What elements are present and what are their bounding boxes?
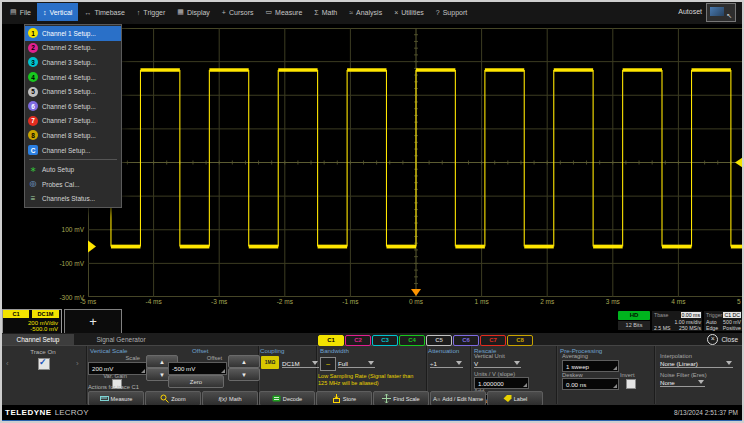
menu-item-analysis[interactable]: ≈Analysis [343, 3, 388, 21]
bandwidth-select[interactable]: Full [338, 360, 375, 368]
zoom-button[interactable]: Zoom [145, 391, 201, 406]
display-icon: ▦ [177, 8, 184, 16]
close-label: Close [721, 336, 738, 343]
channel-button-c1[interactable]: C1 [318, 335, 344, 346]
menu-item-math[interactable]: ΣMath [308, 3, 343, 21]
channels-status-icon: ≡ [28, 194, 38, 204]
noise-filter-select[interactable]: None [660, 379, 705, 387]
addname-icon: Aa [433, 396, 440, 402]
analysis-icon: ≈ [349, 9, 353, 16]
tab-signal-generator[interactable]: Signal Generator [78, 334, 164, 345]
add-trace-button[interactable]: + [64, 309, 122, 334]
math-button-label: Math [229, 396, 241, 402]
coupling-select[interactable]: DC1M [282, 360, 319, 368]
cursors-icon: + [222, 9, 226, 16]
vertical-unit-select[interactable]: V [474, 360, 521, 368]
menu-item-utilities[interactable]: ×Utilities [388, 3, 430, 21]
resolution-badge: 12 Bits [618, 321, 650, 330]
timebase-summary[interactable]: Tbase 0.00 ms 1.00 ms/div 2.5 MS 250 MS/… [652, 311, 702, 331]
tbase-label: Tbase [654, 312, 668, 318]
menu-item-measure[interactable]: ▭Measure [259, 3, 308, 21]
menu-item-timebase[interactable]: ↔Timebase [78, 3, 130, 21]
math-button[interactable]: f(x)Math [202, 391, 258, 406]
menu-separator [29, 159, 117, 160]
menu-item-cursors[interactable]: +Cursors [216, 3, 260, 21]
findscale-button[interactable]: Find Scale [373, 391, 429, 406]
down-arrow-icon: ▼ [159, 372, 165, 378]
trace-on-checkbox[interactable] [38, 358, 50, 370]
menu-item-channel-1-setup[interactable]: 1Channel 1 Setup... [25, 26, 121, 41]
autoset-button[interactable]: Autoset [678, 8, 702, 15]
utilities-icon: × [394, 9, 398, 16]
t-axis-label: 3 ms [606, 298, 620, 305]
interpolation-select[interactable]: None (Linear) [660, 360, 733, 368]
vertical-menu: 1Channel 1 Setup...2Channel 2 Setup...3C… [24, 24, 122, 208]
addname-button-label: Add / Edit Name [442, 396, 483, 402]
quick-access-icon[interactable]: ↖ [706, 3, 736, 22]
screen-thumb-icon [710, 7, 724, 16]
prev-channel-arrow[interactable]: ‹ [6, 359, 9, 368]
menu-item-auto-setup[interactable]: ∗Auto Setup [25, 162, 121, 177]
menu-item-support[interactable]: ?Support [430, 3, 473, 21]
measure-button[interactable]: Measure [88, 391, 144, 406]
t-axis-label: -5 ms [80, 298, 96, 305]
t-axis-label: -3 ms [211, 298, 227, 305]
menu-item-channel-7-setup[interactable]: 7Channel 7 Setup... [25, 114, 121, 129]
cursor-arrow-icon: ↖ [726, 12, 732, 19]
menu-item-channel-8-setup[interactable]: 8Channel 8 Setup... [25, 128, 121, 143]
c1-descriptor[interactable]: C1 DC1M 200 mV/div -500.0 mV [2, 309, 62, 334]
t-axis-label: 5 ms [737, 298, 744, 305]
invert-checkbox[interactable] [626, 379, 636, 389]
deskew-field[interactable]: 0.00 ns [562, 378, 619, 390]
c1-offset-readout: -500.0 mV [5, 326, 58, 332]
zoom-icon [160, 394, 169, 403]
menu-item-channel-4-setup[interactable]: 4Channel 4 Setup... [25, 70, 121, 85]
tab-channel-setup[interactable]: Channel Setup [2, 334, 74, 345]
menu-item-file[interactable]: ▤File [4, 3, 37, 21]
next-channel-arrow[interactable]: › [76, 359, 79, 368]
offset-header: Offset [192, 347, 208, 354]
offset-zero-button[interactable]: Zero [168, 375, 224, 388]
averaging-field[interactable]: 1 sweep [562, 360, 619, 372]
averaging-label: Averaging [562, 353, 588, 359]
menu-item-channel-5-setup[interactable]: 5Channel 5 Setup... [25, 84, 121, 99]
file-icon: ▤ [10, 8, 17, 16]
vertical-scale-header: Vertical Scale [90, 347, 128, 354]
store-button[interactable]: Store [316, 391, 372, 406]
menu-item-channels-status[interactable]: ≡Channels Status... [25, 192, 121, 207]
trigger-type: Edge [706, 325, 718, 331]
offset-down-button[interactable]: ▼ [228, 368, 260, 381]
menu-item-vertical[interactable]: ↕Vertical [37, 3, 78, 21]
menu-item-channel-6-setup[interactable]: 6Channel 6 Setup... [25, 99, 121, 114]
channel-button-c4[interactable]: C4 [399, 335, 425, 346]
menu-item-trigger[interactable]: ↑Trigger [131, 3, 171, 21]
clock: 8/13/2024 2:51:37 PM [674, 409, 738, 416]
menu-item-probes-cal[interactable]: ◎Probes Cal... [25, 177, 121, 192]
v-axis-label: -100 mV [0, 260, 84, 267]
menu-item-channel-c-setup[interactable]: CChannel Setup... [25, 143, 121, 158]
attenuation-select[interactable]: ÷1 [430, 360, 463, 368]
channel-button-c6[interactable]: C6 [453, 335, 479, 346]
decode-button[interactable]: Decode [259, 391, 315, 406]
channel-button-c8[interactable]: C8 [507, 335, 533, 346]
dialog-tabbar: Channel Setup Signal Generator C1C2C3C4C… [0, 333, 744, 346]
store-icon [332, 394, 341, 403]
menu-item-channel-3-setup[interactable]: 3Channel 3 Setup... [25, 55, 121, 70]
coupling-header: Coupling [260, 347, 284, 354]
channel-button-c2[interactable]: C2 [345, 335, 371, 346]
hd-mode-badge[interactable]: HD [618, 311, 650, 320]
trigger-summary[interactable]: Trigger C1 DC Auto 500 mV Edge Positive [704, 311, 742, 331]
offset-field[interactable]: -500 mV [168, 362, 227, 375]
menu-item-display[interactable]: ▦Display [171, 3, 216, 21]
addname-button[interactable]: AaAdd / Edit Name [430, 391, 486, 406]
channel-button-c5[interactable]: C5 [426, 335, 452, 346]
dialog-close-button[interactable]: × Close [707, 334, 738, 345]
attenuation-header: Attenuation [428, 347, 459, 354]
menu-item-channel-2-setup[interactable]: 2Channel 2 Setup... [25, 41, 121, 56]
channel-8-badge: 8 [28, 130, 38, 140]
math-icon: Σ [314, 9, 318, 16]
channel-button-c3[interactable]: C3 [372, 335, 398, 346]
channel-button-c7[interactable]: C7 [480, 335, 506, 346]
offset-up-button[interactable]: ▲ [228, 355, 260, 368]
label-button[interactable]: Label [487, 391, 543, 406]
